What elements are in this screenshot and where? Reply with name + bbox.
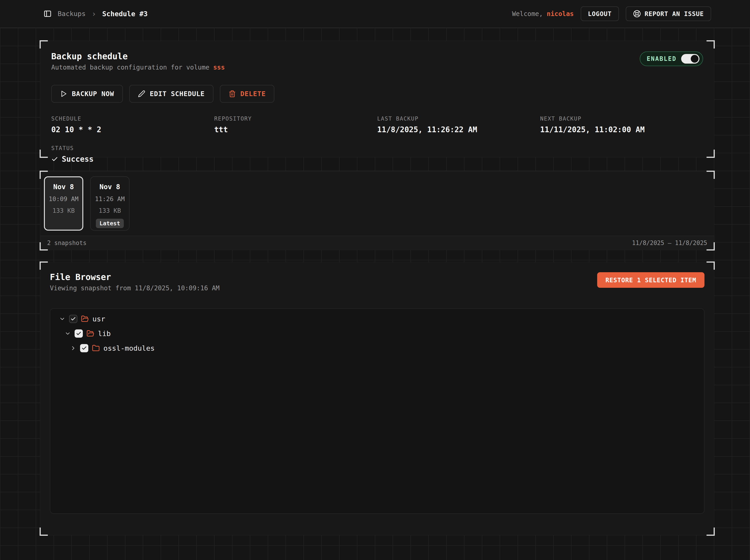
chevron-right-icon[interactable] bbox=[70, 345, 76, 352]
delete-button[interactable]: DELETE bbox=[220, 85, 275, 103]
tree-row-ossl-modules[interactable]: ossl-modules bbox=[50, 341, 704, 356]
checkbox-checked[interactable] bbox=[75, 329, 83, 338]
snapshots-panel: Nov 8 10:09 AM 133 KB Nov 8 11:26 AM 133… bbox=[40, 171, 714, 250]
corner-bracket bbox=[40, 149, 48, 158]
tree-row-lib[interactable]: lib bbox=[50, 326, 704, 341]
field-value: 11/8/2025, 11:26:22 AM bbox=[377, 125, 540, 134]
field-value: 11/11/2025, 11:02:00 AM bbox=[540, 125, 703, 134]
snapshots-footer: 2 snapshots 11/8/2025 – 11/8/2025 bbox=[40, 236, 714, 250]
delete-label: DELETE bbox=[240, 90, 266, 98]
topbar-right: Welcome, nicolas LOGOUT REPORT AN ISSUE bbox=[512, 6, 711, 21]
schedule-info-grid: SCHEDULE 02 10 * * 2 REPOSITORY ttt LAST… bbox=[51, 116, 703, 134]
field-label: LAST BACKUP bbox=[377, 116, 540, 122]
corner-bracket bbox=[707, 40, 715, 48]
report-issue-button[interactable]: REPORT AN ISSUE bbox=[626, 6, 711, 21]
field-status: STATUS Success bbox=[51, 145, 703, 164]
file-browser-title: File Browser bbox=[50, 272, 220, 282]
enabled-label: ENABLED bbox=[647, 55, 676, 62]
play-icon bbox=[60, 90, 67, 97]
tree-node-name: usr bbox=[93, 315, 105, 323]
schedule-heading: Backup schedule Automated backup configu… bbox=[51, 52, 225, 71]
restore-selected-button[interactable]: RESTORE 1 SELECTED ITEM bbox=[597, 272, 705, 288]
snapshot-date: Nov 8 bbox=[53, 183, 74, 191]
field-schedule: SCHEDULE 02 10 * * 2 bbox=[51, 116, 214, 134]
snapshot-card-selected[interactable]: Nov 8 10:09 AM 133 KB bbox=[44, 176, 83, 231]
folder-open-icon bbox=[81, 315, 89, 323]
file-browser-subtitle: Viewing snapshot from 11/8/2025, 10:09:1… bbox=[50, 284, 220, 292]
enabled-pill: ENABLED bbox=[640, 52, 703, 66]
file-browser-panel: File Browser Viewing snapshot from 11/8/… bbox=[40, 262, 714, 535]
edit-schedule-button[interactable]: EDIT SCHEDULE bbox=[129, 85, 214, 103]
snapshot-time: 11:26 AM bbox=[95, 195, 125, 202]
subtitle-prefix: Automated backup configuration for volum… bbox=[51, 64, 209, 71]
snapshot-time: 10:09 AM bbox=[49, 195, 78, 202]
folder-icon bbox=[92, 344, 100, 352]
corner-bracket bbox=[707, 149, 715, 158]
field-next-backup: NEXT BACKUP 11/11/2025, 11:02:00 AM bbox=[540, 116, 703, 134]
status-value: Success bbox=[51, 155, 703, 164]
welcome-prefix: Welcome, bbox=[512, 10, 543, 18]
enabled-toggle[interactable] bbox=[681, 54, 699, 64]
snapshot-count: 2 snapshots bbox=[47, 240, 86, 246]
folder-open-icon bbox=[86, 329, 94, 337]
trash-icon bbox=[229, 90, 236, 97]
breadcrumb-current: Schedule #3 bbox=[102, 10, 148, 18]
life-buoy-icon bbox=[633, 10, 641, 18]
check-icon bbox=[51, 156, 58, 163]
corner-bracket bbox=[40, 527, 48, 536]
corner-bracket bbox=[40, 242, 48, 251]
welcome-text: Welcome, nicolas bbox=[512, 10, 574, 18]
checkbox-partial[interactable] bbox=[69, 315, 77, 323]
tree-node-name: ossl-modules bbox=[103, 344, 155, 352]
schedule-actions: BACKUP NOW EDIT SCHEDULE DELETE bbox=[51, 85, 703, 103]
corner-bracket bbox=[707, 171, 715, 179]
toggle-knob bbox=[691, 55, 698, 63]
username: nicolas bbox=[547, 10, 574, 18]
file-tree: usr lib bbox=[50, 308, 705, 514]
chevron-down-icon[interactable] bbox=[59, 316, 65, 322]
page-background-grid: Backup schedule Automated backup configu… bbox=[0, 28, 750, 560]
checkbox-checked[interactable] bbox=[80, 344, 88, 352]
logout-label: LOGOUT bbox=[588, 10, 612, 17]
backup-schedule-panel: Backup schedule Automated backup configu… bbox=[40, 41, 714, 157]
snapshot-date-range: 11/8/2025 – 11/8/2025 bbox=[632, 240, 707, 246]
field-label: REPOSITORY bbox=[214, 116, 377, 122]
breadcrumb: Backups › Schedule #3 bbox=[43, 9, 147, 18]
logout-button[interactable]: LOGOUT bbox=[581, 6, 619, 21]
field-value: ttt bbox=[214, 125, 377, 134]
corner-bracket bbox=[707, 242, 715, 251]
latest-badge: Latest bbox=[96, 219, 124, 228]
field-label: NEXT BACKUP bbox=[540, 116, 703, 122]
volume-name: sss bbox=[213, 64, 225, 71]
edit-schedule-label: EDIT SCHEDULE bbox=[150, 90, 205, 98]
snapshot-card-latest[interactable]: Nov 8 11:26 AM 133 KB Latest bbox=[90, 176, 130, 231]
report-issue-label: REPORT AN ISSUE bbox=[645, 10, 704, 17]
corner-bracket bbox=[707, 527, 715, 536]
panel-title: Backup schedule bbox=[51, 52, 225, 61]
field-last-backup: LAST BACKUP 11/8/2025, 11:26:22 AM bbox=[377, 116, 540, 134]
breadcrumb-backups-link[interactable]: Backups bbox=[58, 10, 85, 18]
corner-bracket bbox=[707, 261, 715, 270]
snapshot-timeline: Nov 8 10:09 AM 133 KB Nov 8 11:26 AM 133… bbox=[40, 171, 714, 236]
chevron-down-icon[interactable] bbox=[64, 330, 71, 337]
panel-left-icon bbox=[43, 9, 52, 18]
field-value: 02 10 * * 2 bbox=[51, 125, 214, 134]
snapshot-size: 133 KB bbox=[53, 207, 75, 214]
backup-now-label: BACKUP NOW bbox=[72, 90, 114, 98]
field-label: SCHEDULE bbox=[51, 116, 214, 122]
backup-now-button[interactable]: BACKUP NOW bbox=[51, 85, 123, 103]
panel-subtitle: Automated backup configuration for volum… bbox=[51, 64, 225, 71]
status-text: Success bbox=[62, 155, 94, 164]
snapshot-size: 133 KB bbox=[99, 207, 121, 214]
topbar: Backups › Schedule #3 Welcome, nicolas L… bbox=[0, 0, 750, 28]
field-repository: REPOSITORY ttt bbox=[214, 116, 377, 134]
corner-bracket bbox=[40, 171, 48, 179]
sidebar-toggle-button[interactable] bbox=[43, 9, 52, 18]
pencil-icon bbox=[138, 90, 145, 97]
corner-bracket bbox=[40, 261, 48, 270]
status-label: STATUS bbox=[51, 145, 703, 152]
tree-row-usr[interactable]: usr bbox=[50, 312, 704, 326]
snapshot-date: Nov 8 bbox=[100, 183, 120, 191]
corner-bracket bbox=[40, 40, 48, 48]
breadcrumb-separator: › bbox=[92, 10, 96, 18]
